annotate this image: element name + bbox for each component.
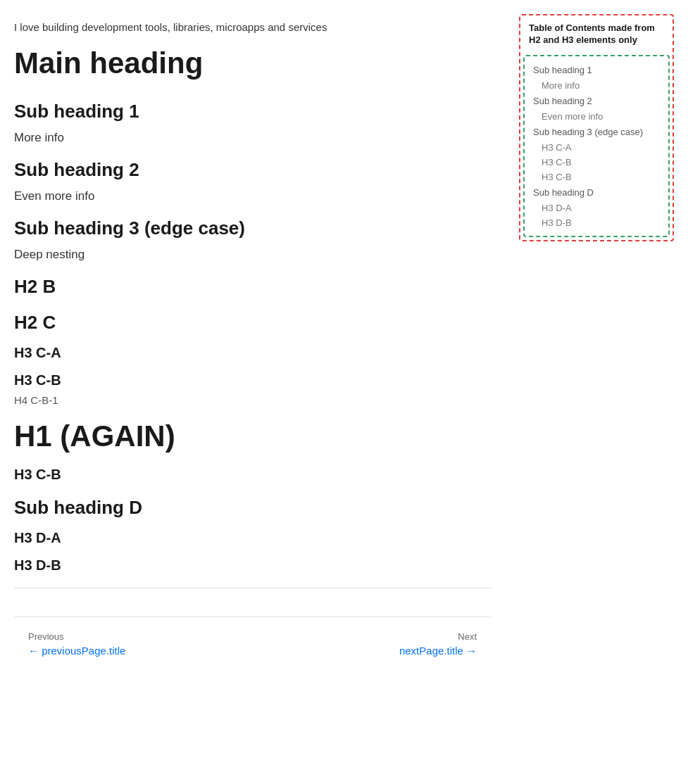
next-label: Next	[458, 631, 477, 642]
nav-previous: Previous ← previousPage.title	[28, 631, 125, 657]
sub-heading-d: Sub heading D	[14, 497, 491, 519]
next-link[interactable]: nextPage.title →	[399, 645, 477, 657]
toc-list: Sub heading 1 More info Sub heading 2 Ev…	[523, 55, 670, 237]
h2-c: H2 C	[14, 312, 491, 334]
deep-nesting-text: Deep nesting	[14, 248, 491, 262]
more-info-text: More info	[14, 131, 491, 145]
toc-item-h3-d-b[interactable]: H3 D-B	[525, 215, 668, 230]
subtitle: I love building development tools, libra…	[14, 21, 491, 33]
toc-item-h3-c-b-2[interactable]: H3 C-B	[525, 170, 668, 184]
nav-next: Next nextPage.title →	[399, 631, 477, 657]
h2-b: H2 B	[14, 276, 491, 298]
h3-d-b: H3 D-B	[14, 557, 491, 574]
sub-heading-2: Sub heading 2	[14, 159, 491, 181]
h3-d-a: H3 D-A	[14, 530, 491, 546]
sub-heading-3: Sub heading 3 (edge case)	[14, 217, 491, 239]
nav-footer: Previous ← previousPage.title Next nextP…	[14, 617, 491, 671]
h3-c-b-second: H3 C-B	[14, 467, 491, 483]
toc-item-sub-heading-2[interactable]: Sub heading 2	[525, 93, 668, 109]
main-heading: Main heading	[14, 47, 491, 80]
toc-item-sub-heading-1[interactable]: Sub heading 1	[525, 62, 668, 78]
toc-item-h3-c-b-1[interactable]: H3 C-B	[525, 155, 668, 170]
toc-item-h3-c-a[interactable]: H3 C-A	[525, 140, 668, 155]
toc-title: Table of Contents made from H2 and H3 el…	[520, 15, 673, 52]
toc-item-sub-heading-3[interactable]: Sub heading 3 (edge case)	[525, 124, 668, 140]
h3-c-b-first: H3 C-B	[14, 372, 491, 388]
prev-link[interactable]: ← previousPage.title	[28, 645, 125, 657]
toc-item-sub-heading-d[interactable]: Sub heading D	[525, 184, 668, 201]
h4-c-b-1: H4 C-B-1	[14, 394, 491, 406]
toc-item-more-info[interactable]: More info	[525, 78, 668, 93]
toc-item-even-more-info[interactable]: Even more info	[525, 109, 668, 124]
toc-container: Table of Contents made from H2 and H3 el…	[519, 14, 674, 241]
footer-divider	[14, 588, 491, 588]
even-more-info-text: Even more info	[14, 189, 491, 203]
h3-c-a: H3 C-A	[14, 345, 491, 361]
prev-label: Previous	[28, 631, 125, 642]
sidebar: Table of Contents made from H2 and H3 el…	[519, 14, 674, 671]
content-area: I love building development tools, libra…	[14, 14, 491, 671]
h1-again: H1 (AGAIN)	[14, 420, 491, 453]
toc-item-h3-d-a[interactable]: H3 D-A	[525, 201, 668, 215]
sub-heading-1: Sub heading 1	[14, 101, 491, 122]
